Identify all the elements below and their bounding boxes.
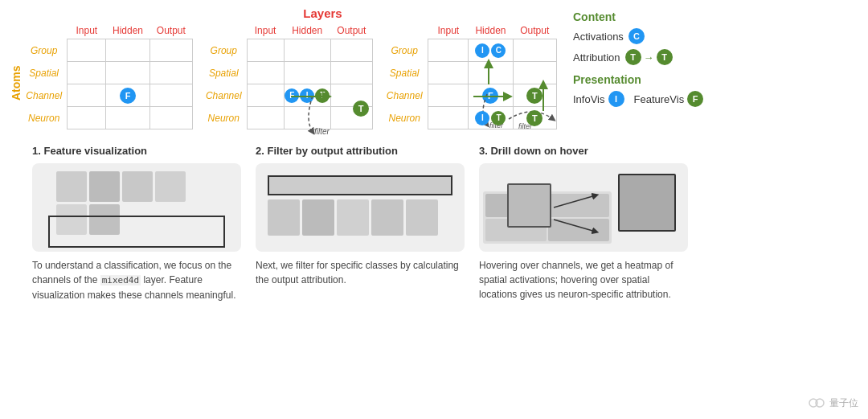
activations-row: Activations C <box>573 28 706 44</box>
node-F-2: F <box>285 88 299 103</box>
grid-2: Input Hidden Output Group <box>204 23 373 129</box>
step-1-image <box>32 163 241 252</box>
row-group-3: Group <box>384 39 428 62</box>
g3-group-output <box>513 39 556 62</box>
g3-group-input <box>428 39 469 62</box>
step-2-image <box>256 163 465 252</box>
col-output-3: Output <box>513 23 556 39</box>
g1-spatial-hidden <box>106 62 149 84</box>
g3-spatial-output <box>513 62 556 84</box>
attribution-label: Attribution <box>573 51 620 64</box>
svg-line-8 <box>554 220 596 232</box>
g2-channel-hidden: F I T <box>284 84 330 107</box>
step-3-title: 3. Drill down on hover <box>479 145 688 157</box>
g3-channel-input <box>428 84 469 107</box>
watermark: 量子位 <box>807 393 858 413</box>
col-hidden-1: Hidden <box>106 23 149 39</box>
g1-neuron-hidden <box>106 107 149 129</box>
step-3-description: Hovering over channels, we get a heatmap… <box>479 258 688 302</box>
step-3: 3. Drill down on hover <box>479 145 688 302</box>
node-I-infovis: I <box>608 91 624 107</box>
row-channel-1: Channel <box>24 84 68 107</box>
node-I-group: I <box>475 43 489 58</box>
right-panel: Content Activations C Attribution T → T … <box>557 6 706 135</box>
node-T-attrib-2: T <box>657 49 673 65</box>
step-1-title: 1. Feature visualization <box>32 145 241 157</box>
row-spatial-1: Spatial <box>24 62 68 84</box>
content-title: Content <box>573 10 706 23</box>
infovis-label: InfoVis <box>573 93 605 105</box>
row-spatial-2: Spatial <box>204 62 247 84</box>
node-F-1: F <box>120 88 136 104</box>
step-1-description: To understand a classification, we focus… <box>32 258 241 302</box>
svg-line-7 <box>554 195 596 207</box>
g1-spatial-input <box>68 62 106 84</box>
g2-group-output <box>330 39 372 62</box>
g2-group-hidden <box>284 39 330 62</box>
row-neuron-3: Neuron <box>384 107 428 129</box>
g3-spatial-input <box>428 62 469 84</box>
node-C-group: C <box>491 43 506 58</box>
g2-channel-output: T <box>330 84 372 107</box>
step-2: 2. Filter by output attribution Next, we… <box>256 145 465 302</box>
col-hidden-3: Hidden <box>469 23 513 39</box>
g1-channel-input <box>68 84 106 107</box>
g3-channel-hidden: F <box>469 84 513 107</box>
node-T-ch-out: T <box>526 88 542 104</box>
atoms-label: Atoms <box>10 31 23 135</box>
g1-neuron-output <box>149 107 192 129</box>
row-group-2: Group <box>204 39 247 62</box>
g2-neuron-input <box>247 107 284 129</box>
attribution-row: Attribution T → T <box>573 49 706 65</box>
g3-channel-output: T <box>513 84 556 107</box>
g3-spatial-hidden <box>469 62 513 84</box>
g3-neuron-output: T <box>513 107 556 129</box>
presentation-title: Presentation <box>573 73 706 86</box>
g3-neuron-hidden: I T <box>469 107 513 129</box>
g1-neuron-input <box>68 107 106 129</box>
step-2-description: Next, we filter for specific classes by … <box>256 258 465 287</box>
layers-title: Layers <box>24 6 557 20</box>
step-3-image <box>479 163 688 252</box>
grid-1: Input Hidden Output Group <box>24 23 193 129</box>
grid-3: Input Hidden Output Group <box>384 23 557 129</box>
g2-group-input <box>247 39 284 62</box>
g2-spatial-input <box>247 62 284 84</box>
g1-group-input <box>68 39 106 62</box>
col-hidden-2: Hidden <box>284 23 330 39</box>
step-1: 1. Feature visualization To understand a… <box>32 145 241 302</box>
col-input-1: Input <box>68 23 106 39</box>
arrow-attrib: → <box>644 51 654 64</box>
col-input-3: Input <box>428 23 469 39</box>
node-C-activations: C <box>628 28 645 44</box>
node-I-2: I <box>300 88 314 103</box>
node-I-neu: I <box>475 111 489 125</box>
row-channel-2: Channel <box>204 84 247 107</box>
node-F-3: F <box>482 88 498 104</box>
g1-channel-hidden: F <box>106 84 149 107</box>
node-F-featurevis: F <box>687 91 703 107</box>
row-neuron-1: Neuron <box>24 107 68 129</box>
featurevis-label: FeatureVis <box>634 93 685 105</box>
row-channel-3: Channel <box>384 84 428 107</box>
g1-spatial-output <box>149 62 192 84</box>
node-T-2: T <box>315 88 330 103</box>
g3-group-hidden: I C <box>469 39 513 62</box>
node-T-neu-out: T <box>526 110 542 126</box>
node-T-attrib-1: T <box>625 49 641 65</box>
row-group-1: Group <box>24 39 68 62</box>
col-output-1: Output <box>149 23 192 39</box>
row-neuron-2: Neuron <box>204 107 247 129</box>
col-input-2: Input <box>247 23 284 39</box>
g1-group-output <box>149 39 192 62</box>
g2-neuron-output <box>330 107 372 129</box>
g3-neuron-input <box>428 107 469 129</box>
presentation-row: InfoVis I FeatureVis F <box>573 91 706 107</box>
node-T-neu: T <box>491 111 506 125</box>
row-spatial-3: Spatial <box>384 62 428 84</box>
g2-neuron-hidden <box>284 107 330 129</box>
step-2-title: 2. Filter by output attribution <box>256 145 465 157</box>
g2-spatial-hidden <box>284 62 330 84</box>
col-output-2: Output <box>330 23 372 39</box>
activations-label: Activations <box>573 31 624 43</box>
